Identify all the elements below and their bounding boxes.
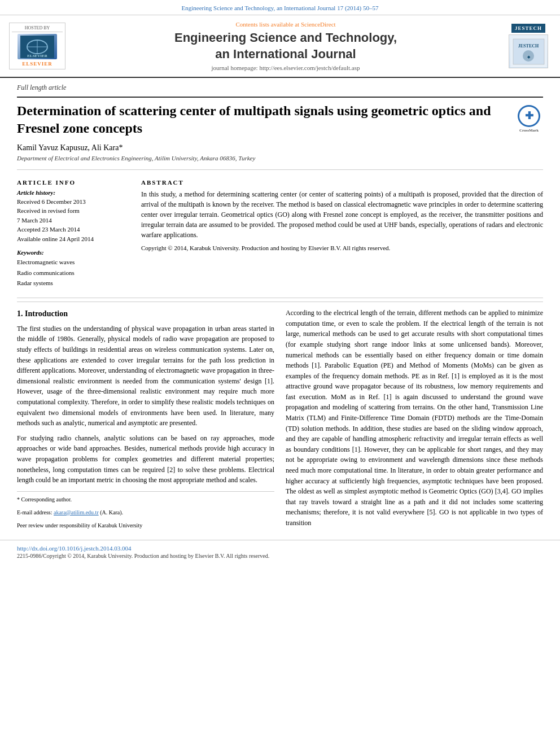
article-info: ARTICLE INFO Article history: Received 6…	[17, 179, 130, 289]
intro-paragraph-2: For studying radio channels, analytic so…	[17, 433, 274, 486]
history-label: Article history:	[17, 189, 130, 196]
main-content: 1. Introduction The first studies on the…	[17, 302, 543, 540]
journal-homepage: journal homepage: http://ees.elsevier.co…	[71, 64, 500, 71]
title-divider-top	[17, 97, 543, 98]
top-bar: Engineering Science and Technology, an I…	[0, 0, 560, 15]
elsevier-logo: HOSTED BY ELSEVIER ELSEVIER	[9, 23, 65, 69]
crossmark-icon: ✚	[525, 110, 533, 123]
svg-text:ELSEVIER: ELSEVIER	[27, 54, 47, 58]
corresponding-author-note: * Corresponding author.	[17, 495, 274, 504]
journal-title: Engineering Science and Technology, an I…	[71, 30, 500, 62]
article-title-text: Determination of scattering center of mu…	[17, 102, 515, 137]
article-title-block: Determination of scattering center of mu…	[17, 100, 543, 139]
jestech-image: JESTECH ◆	[509, 34, 548, 68]
hosted-by-label: HOSTED BY	[12, 25, 63, 32]
available-date: Available online 24 April 2014	[17, 234, 130, 244]
article-body: Full length article Determination of sca…	[0, 78, 560, 540]
keywords-label: Keywords:	[17, 249, 130, 256]
jestech-logo: JESTECH JESTECH ◆	[506, 24, 551, 68]
article-history: Article history: Received 6 December 201…	[17, 189, 130, 244]
crossmark-badge: ✚ CrossMark	[515, 105, 543, 133]
abstract-heading: ABSTRACT	[141, 179, 543, 186]
copyright-text: Copyright © 2014, Karabuk University. Pr…	[141, 243, 543, 253]
right-column: According to the electrical length of th…	[286, 308, 543, 534]
jestech-brand: JESTECH	[511, 24, 545, 33]
right-paragraph-1: According to the electrical length of th…	[286, 308, 543, 528]
article-info-section: ARTICLE INFO Article history: Received 6…	[17, 173, 543, 295]
revised-date: 7 March 2014	[17, 216, 130, 225]
received-revised-label: Received in revised form	[17, 206, 130, 216]
peer-review-note: Peer review under responsibility of Kara…	[17, 521, 274, 530]
section-divider	[17, 169, 543, 170]
email-link[interactable]: akara@atilim.edu.tr	[54, 509, 99, 516]
crossmark-label: CrossMark	[519, 128, 539, 133]
body-text-columns: 1. Introduction The first studies on the…	[17, 308, 543, 534]
svg-text:JESTECH: JESTECH	[518, 43, 539, 49]
email-person: (A. Kara).	[100, 509, 123, 516]
email-note: E-mail address: akara@atilim.edu.tr (A. …	[17, 508, 274, 517]
article-type: Full length article	[17, 78, 543, 94]
keyword-3: Radar systems	[17, 278, 130, 289]
elsevier-image: ELSEVIER	[18, 34, 57, 59]
intro-paragraph-1: The first studies on the understanding o…	[17, 324, 274, 429]
abstract-text: In this study, a method for determining …	[141, 189, 543, 240]
content-divider	[17, 298, 543, 298]
introduction-heading: 1. Introduction	[17, 308, 274, 320]
affiliation: Department of Electrical and Electronics…	[17, 154, 543, 166]
email-label: E-mail address:	[17, 509, 52, 516]
journal-header: HOSTED BY ELSEVIER ELSEVIER Contents lis…	[0, 15, 560, 78]
journal-title-block: Contents lists available at ScienceDirec…	[71, 21, 500, 71]
keyword-1: Electromagnetic waves	[17, 257, 130, 268]
keywords-section: Keywords: Electromagnetic waves Radio co…	[17, 249, 130, 289]
journal-link[interactable]: Engineering Science and Technology, an I…	[182, 5, 379, 11]
footnote-area: * Corresponding author. E-mail address: …	[17, 491, 274, 530]
left-column: 1. Introduction The first studies on the…	[17, 308, 274, 534]
keyword-2: Radio communications	[17, 268, 130, 278]
doi-link[interactable]: http://dx.doi.org/10.1016/j.jestch.2014.…	[17, 545, 543, 552]
page-bottom: http://dx.doi.org/10.1016/j.jestch.2014.…	[0, 540, 560, 563]
elsevier-brand: ELSEVIER	[22, 61, 53, 67]
article-info-heading: ARTICLE INFO	[17, 179, 130, 186]
abstract-section: ABSTRACT In this study, a method for det…	[141, 179, 543, 289]
accepted-date: Accepted 23 March 2014	[17, 225, 130, 234]
received-date: Received 6 December 2013	[17, 197, 130, 207]
issn-copyright: 2215-0986/Copyright © 2014, Karabuk Univ…	[17, 553, 543, 559]
crossmark-circle: ✚	[518, 105, 540, 127]
authors: Kamil Yavuz Kapusuz, Ali Kara*	[17, 140, 543, 154]
sciencedirect-link: Contents lists available at ScienceDirec…	[71, 21, 500, 28]
